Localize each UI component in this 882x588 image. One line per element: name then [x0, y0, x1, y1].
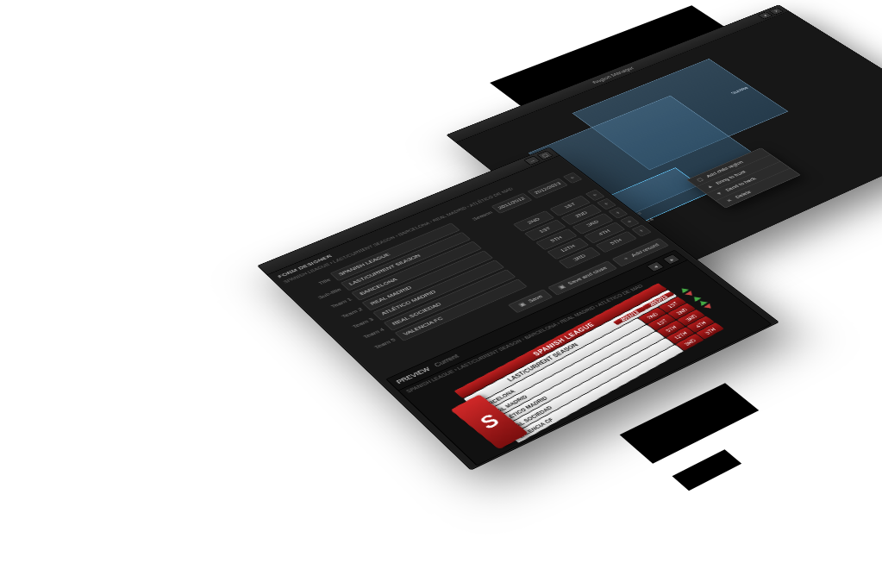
arrow-down-icon [685, 291, 695, 297]
gfx-pos-b: 5TH [696, 322, 724, 340]
trend-arrows [675, 285, 718, 313]
gfx-pos-a: 3RD [676, 334, 704, 351]
region-label: Subtitle [729, 85, 749, 95]
arrow-up-icon [691, 295, 701, 301]
arrow-down-icon [704, 303, 715, 310]
gfx-team: ATLÉTICO MADRID [491, 331, 665, 428]
gfx-pos-b: 4TH [686, 316, 715, 333]
gfx-pos-b: 1ST [659, 297, 686, 313]
gfx-pos-a: 2ND [638, 307, 666, 323]
up-icon: ▲ [704, 184, 716, 190]
down-icon: ▼ [714, 191, 725, 197]
league-logo: S [450, 394, 529, 449]
gfx-pos-a: 5TH [657, 321, 685, 338]
gfx-pos-b: 3RD [677, 310, 705, 326]
prev-back-button[interactable]: ◂ [646, 261, 665, 272]
add-icon: ▢ [695, 177, 706, 183]
arrow-up-icon [697, 299, 708, 305]
delete-icon: ✕ [723, 197, 735, 203]
gfx-pos-a: 1ST [647, 314, 676, 330]
arrow-up-icon [679, 286, 689, 292]
gfx-pos-b: 2ND [667, 303, 696, 319]
prev-fwd-button[interactable]: ▸ [662, 254, 680, 266]
gfx-pos-a: 12TH [666, 327, 695, 344]
